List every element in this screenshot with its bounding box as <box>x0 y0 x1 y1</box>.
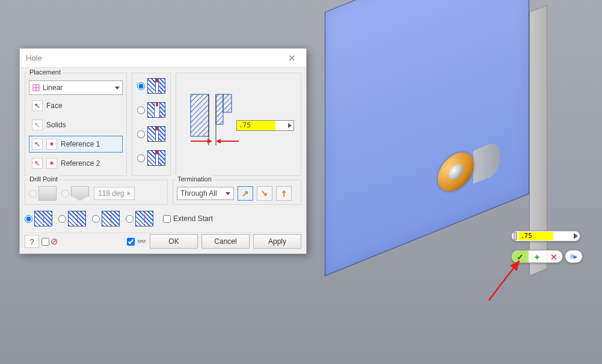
hole-diameter-value[interactable]: .75 <box>237 121 275 130</box>
hole-type-spotface-icon <box>147 150 165 166</box>
apply-button[interactable]: Apply <box>253 234 301 249</box>
cancel-button[interactable]: Cancel <box>201 234 250 249</box>
viewport-diameter-value[interactable]: .75 <box>518 232 553 240</box>
drill-point-flat[interactable] <box>29 186 57 201</box>
hole-diameter-input[interactable]: .75 <box>236 120 294 131</box>
hole-style-3-radio[interactable] <box>92 215 100 223</box>
hole-type-countersink[interactable] <box>137 126 165 142</box>
termination-group: Termination Through All ↗ ↗ ↗ <box>173 180 301 205</box>
placement-legend: Placement <box>28 68 63 76</box>
ok-button[interactable]: OK <box>150 234 198 249</box>
pick-ref1-label: Reference 1 <box>61 140 100 148</box>
hole-style-2[interactable] <box>58 211 86 226</box>
cursor-icon: ↖ <box>32 100 43 111</box>
hole-type-spotface-radio[interactable] <box>137 154 145 162</box>
placement-mode-value: Linear <box>43 83 63 92</box>
suppress-toggle[interactable]: ⊘ <box>41 236 58 247</box>
extend-start-label: Extend Start <box>173 214 213 223</box>
drill-point-angle-input: 118 deg <box>94 187 135 200</box>
accept-and-repeat-button[interactable]: + <box>529 250 545 263</box>
hole-style-1-radio[interactable] <box>25 215 32 223</box>
pick-solids-button[interactable]: ↖ Solids <box>29 117 123 133</box>
hole-style-4[interactable] <box>126 211 153 226</box>
termination-mode-combo[interactable]: Through All <box>177 187 234 200</box>
glasses-icon: 👓 <box>137 237 146 246</box>
svg-marker-12 <box>216 139 221 144</box>
preview-toggle[interactable]: 👓 <box>127 237 146 246</box>
hole-type-counterbore-icon <box>147 102 165 118</box>
cursor-icon: ↖ <box>32 139 43 150</box>
close-icon[interactable]: ✕ <box>283 50 300 67</box>
suppress-toggle-check[interactable] <box>41 238 49 246</box>
hole-type-selector <box>132 73 171 176</box>
placement-mode-combo[interactable]: Linear <box>29 80 123 95</box>
placement-group: Placement Linear ↖ Face ↖ Solids ↖ ✶ <box>25 73 127 176</box>
pick-ref2-label: Reference 2 <box>61 159 100 168</box>
hole-style-1-icon <box>34 211 52 226</box>
pick-reference-2-button[interactable]: ↖ ✶ Reference 2 <box>29 155 123 172</box>
hole-type-counterbore[interactable] <box>137 102 165 118</box>
slider-knob-left-icon[interactable] <box>514 232 517 240</box>
cursor-icon: ↖ <box>32 120 43 130</box>
extend-start-check-input[interactable] <box>163 215 171 223</box>
arrow-both-icon: ↗ <box>278 187 290 199</box>
hole-type-simple-radio[interactable] <box>137 82 145 90</box>
hole-style-4-radio[interactable] <box>126 215 134 223</box>
expand-right-icon[interactable] <box>288 123 292 128</box>
viewport-3d[interactable] <box>325 12 589 342</box>
hole-diagram: .75 <box>176 73 301 176</box>
direction-both-button[interactable]: ↗ <box>276 186 292 201</box>
termination-legend: Termination <box>176 175 213 183</box>
dimension-icon: ✶ <box>46 158 57 169</box>
chevron-down-icon <box>226 192 230 195</box>
hole-style-1[interactable] <box>25 211 52 226</box>
hole-style-2-icon <box>68 211 86 226</box>
pick-face-button[interactable]: ↖ Face <box>29 97 123 114</box>
drill-point-legend: Drill Point <box>28 175 60 183</box>
direction-2-button[interactable]: ↗ <box>257 186 272 201</box>
hole-type-simple[interactable] <box>137 78 165 94</box>
termination-mode-value: Through All <box>180 189 217 198</box>
cancel-feature-button[interactable]: ✕ <box>545 250 562 263</box>
dialog-titlebar[interactable]: Hole ✕ <box>20 49 306 68</box>
viewport-diameter-input[interactable]: .75 <box>511 231 580 241</box>
linear-icon <box>32 83 40 92</box>
drill-point-angled-radio <box>61 190 69 198</box>
drill-point-angled[interactable] <box>61 186 89 201</box>
dimension-icon: ✶ <box>46 139 57 150</box>
accept-button[interactable]: ✓ <box>512 250 529 263</box>
hole-style-3[interactable] <box>92 211 120 226</box>
forbid-icon: ⊘ <box>51 236 58 247</box>
hole-style-selector <box>25 208 153 229</box>
svg-marker-10 <box>207 139 212 144</box>
extend-start-checkbox[interactable]: Extend Start <box>163 214 213 223</box>
pick-solids-label: Solids <box>46 121 66 129</box>
viewport-action-buttons: ✓ + ✕ ≡▸ <box>511 250 583 263</box>
expand-right-icon <box>127 191 131 196</box>
more-options-button[interactable]: ≡▸ <box>565 250 583 263</box>
preview-toggle-check[interactable] <box>127 238 135 246</box>
hole-type-spotface[interactable] <box>137 150 165 166</box>
drill-point-angle-value: 118 deg <box>98 189 124 198</box>
hole-style-4-icon <box>135 211 153 226</box>
svg-rect-4 <box>191 94 209 136</box>
help-button[interactable]: ? <box>25 235 39 248</box>
drill-point-group: Drill Point 118 deg <box>25 180 168 205</box>
arrow-se-icon: ↗ <box>260 190 269 197</box>
hole-type-countersink-icon <box>147 126 165 142</box>
direction-1-button[interactable]: ↗ <box>238 186 253 201</box>
pick-reference-1-button[interactable]: ↖ ✶ Reference 1 <box>29 136 123 153</box>
drill-point-flat-radio <box>29 190 37 198</box>
dialog-title: Hole <box>26 53 42 62</box>
expand-right-icon[interactable] <box>574 233 578 239</box>
cursor-icon: ↖ <box>32 158 43 169</box>
hole-type-counterbore-radio[interactable] <box>137 106 145 114</box>
drill-point-flat-icon <box>38 186 57 201</box>
plate-front-face[interactable] <box>325 0 529 276</box>
pick-face-label: Face <box>46 102 63 110</box>
hole-style-2-radio[interactable] <box>58 215 66 223</box>
svg-rect-5 <box>216 94 223 124</box>
arrow-ne-icon: ↗ <box>242 189 249 198</box>
hole-type-countersink-radio[interactable] <box>137 130 145 138</box>
svg-rect-6 <box>223 94 232 112</box>
